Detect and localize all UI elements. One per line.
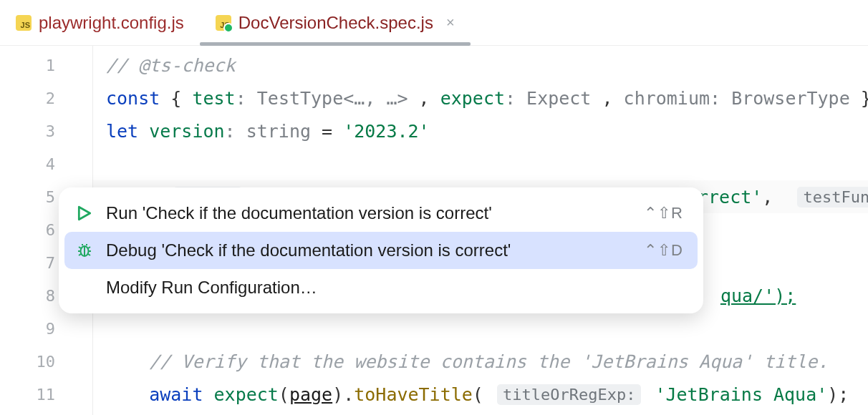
gutter-line[interactable]: 10 — [0, 345, 92, 378]
inlay-hint: testFunctio — [797, 187, 868, 208]
gutter-line[interactable]: 1 — [0, 49, 92, 82]
inlay-hint: titleOrRegExp: — [497, 384, 641, 405]
js-test-file-icon: JS — [216, 15, 231, 31]
code-editor: 1 2 3 4 5 6 7 8 9 10 11 // @ts-check con… — [0, 46, 868, 415]
debug-icon — [74, 242, 95, 259]
svg-line-9 — [88, 254, 90, 255]
tab-label: playwright.config.js — [39, 13, 184, 33]
menu-item-modify-run-config[interactable]: Modify Run Configuration… — [59, 269, 703, 306]
svg-marker-1 — [79, 207, 90, 220]
editor-tabs: JS playwright.config.js JS DocVersionChe… — [0, 0, 868, 46]
tab-docversioncheck[interactable]: JS DocVersionCheck.spec.js × — [200, 0, 471, 45]
shortcut-label: ⌃⇧D — [644, 241, 683, 260]
code-line — [93, 312, 868, 345]
close-icon[interactable]: × — [446, 14, 455, 31]
gutter-line[interactable]: 11 — [0, 378, 92, 411]
code-area[interactable]: // @ts-check const { test : TestType<…, … — [93, 46, 868, 415]
code-line: // Verify that the website contains the … — [93, 345, 868, 378]
gutter-context-menu: Run 'Check if the documentation version … — [59, 187, 703, 313]
svg-line-8 — [79, 254, 81, 255]
svg-line-6 — [79, 247, 81, 248]
gutter-line[interactable]: 2 — [0, 82, 92, 114]
shortcut-label: ⌃⇧R — [644, 204, 683, 223]
code-line: let version : string = '2023.2' — [93, 114, 868, 147]
svg-line-7 — [88, 247, 90, 248]
code-line: // @ts-check — [93, 49, 868, 82]
gutter-line[interactable]: 4 — [0, 147, 92, 180]
tab-label: DocVersionCheck.spec.js — [238, 13, 433, 33]
gutter-line[interactable]: 3 — [0, 114, 92, 147]
js-file-icon: JS — [16, 15, 32, 31]
code-line: await expect ( page ). toHaveTitle ( tit… — [93, 378, 868, 411]
code-line — [93, 147, 868, 180]
menu-item-debug[interactable]: Debug 'Check if the documentation versio… — [64, 232, 698, 269]
gutter-line[interactable]: 9 — [0, 312, 92, 345]
code-line: const { test : TestType<…, …> , expect :… — [93, 82, 868, 114]
menu-item-run[interactable]: Run 'Check if the documentation version … — [59, 195, 703, 232]
tab-playwright-config[interactable]: JS playwright.config.js — [0, 0, 200, 45]
run-icon — [74, 205, 95, 221]
